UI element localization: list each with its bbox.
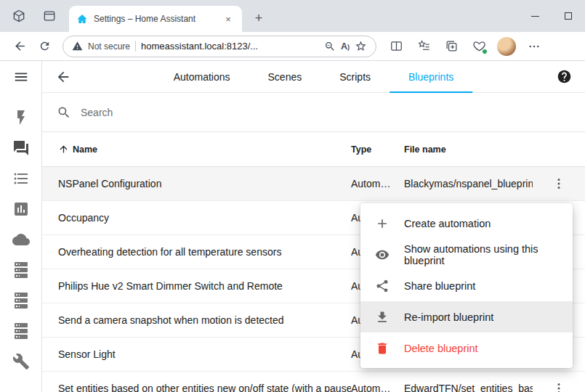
status-dot [482, 49, 488, 54]
settings-menu-icon[interactable] [520, 36, 548, 57]
sidebar-item-list-icon[interactable] [12, 170, 30, 187]
favorites-bar-icon[interactable] [410, 36, 437, 57]
row-type: Autom… [351, 178, 404, 189]
table-row[interactable]: NSPanel Configuration Autom… Blackymas/n… [42, 167, 585, 201]
row-name: Philips Hue v2 Smart Dimmer Switch and R… [58, 280, 351, 292]
minimize-button[interactable] [518, 0, 552, 32]
sidebar-item-server-icon-3[interactable] [12, 322, 30, 340]
split-screen-icon[interactable] [382, 36, 410, 57]
share-icon [375, 279, 390, 293]
url-text[interactable]: homeassistant.local:8123/... [141, 41, 319, 52]
tab-scripts[interactable]: Scripts [320, 61, 390, 93]
import-icon [375, 310, 390, 324]
row-name: Set entities based on other entities new… [58, 383, 351, 392]
blueprint-context-menu: Create automation Show automations using… [360, 203, 573, 368]
row-type: Autom… [351, 383, 404, 392]
help-icon[interactable] [557, 69, 572, 84]
browser-essentials-icon[interactable] [465, 36, 493, 57]
sidebar-item-server-icon-1[interactable] [12, 261, 30, 279]
row-name: Send a camera snapshot when motion is de… [58, 314, 351, 326]
browser-titlebar: Settings – Home Assistant × + [0, 0, 585, 32]
row-name: Overheating detection for all temperatur… [58, 246, 351, 258]
row-overflow-menu-icon[interactable] [550, 175, 568, 192]
sidebar-item-forum-icon[interactable] [12, 139, 30, 157]
search-input[interactable] [81, 107, 570, 118]
browser-tab[interactable]: Settings – Home Assistant × [69, 6, 242, 32]
row-overflow-menu-icon[interactable] [550, 380, 568, 392]
tab-close-button[interactable]: × [222, 14, 235, 25]
menu-item-share-blueprint[interactable]: Share blueprint [360, 270, 573, 301]
row-file: Blackymas/nspanel_blueprin… [404, 178, 533, 189]
tab-actions-icon[interactable] [42, 9, 57, 23]
menu-item-reimport-blueprint[interactable]: Re-import blueprint [360, 301, 573, 332]
browser-toolbar: Not secure homeassistant.local:8123/... … [0, 32, 585, 61]
ha-tab-bar: Automations Scenes Scripts Blueprints [155, 61, 473, 93]
ha-header: Automations Scenes Scripts Blueprints [42, 61, 585, 93]
menu-item-create-automation[interactable]: Create automation [360, 208, 573, 239]
sidebar-item-cloud-icon[interactable] [12, 231, 30, 248]
not-secure-warning-icon[interactable] [72, 41, 83, 52]
plus-icon [375, 216, 390, 231]
sidebar-item-energy-icon[interactable] [12, 109, 30, 126]
menu-item-show-automations[interactable]: Show automations using this blueprint [360, 239, 573, 270]
row-name: Sensor Light [58, 348, 351, 360]
read-aloud-icon[interactable]: A) [341, 41, 350, 52]
sidebar-menu-icon[interactable] [0, 61, 41, 93]
search-icon [57, 105, 71, 120]
table-header: Name Type File name [42, 132, 585, 167]
workspaces-icon[interactable] [12, 9, 26, 23]
tab-scenes[interactable]: Scenes [249, 61, 321, 93]
address-bar[interactable]: Not secure homeassistant.local:8123/... … [62, 36, 376, 57]
row-name: NSPanel Configuration [58, 178, 351, 189]
column-header-file[interactable]: File name [404, 144, 533, 155]
table-row[interactable]: Set entities based on other entities new… [42, 372, 585, 392]
menu-item-delete-blueprint[interactable]: Delete blueprint [360, 332, 573, 364]
sidebar-item-tools-icon[interactable] [12, 353, 30, 370]
column-header-name[interactable]: Name [58, 144, 351, 155]
sort-ascending-icon [58, 144, 69, 155]
profile-avatar[interactable] [497, 37, 516, 56]
sidebar-item-server-icon-2[interactable] [12, 292, 30, 309]
row-file: EdwardTFN/set_entities_bas… [404, 383, 533, 392]
home-assistant-favicon [76, 13, 88, 25]
eye-icon [375, 248, 390, 262]
maximize-button[interactable] [552, 0, 585, 32]
column-header-type[interactable]: Type [351, 144, 404, 155]
collections-icon[interactable] [437, 36, 465, 57]
address-divider [135, 41, 136, 52]
tab-title: Settings – Home Assistant [94, 14, 216, 24]
new-tab-button[interactable]: + [250, 9, 267, 27]
search-row [42, 93, 585, 132]
back-icon[interactable] [7, 36, 32, 57]
sidebar-item-history-icon[interactable] [12, 200, 30, 218]
tab-blueprints[interactable]: Blueprints [390, 61, 472, 93]
zoom-out-icon[interactable] [324, 41, 336, 52]
security-label: Not secure [88, 41, 130, 52]
row-name: Occupancy [58, 212, 351, 224]
ha-sidebar [0, 61, 42, 392]
ha-back-icon[interactable] [55, 69, 71, 85]
tab-automations[interactable]: Automations [155, 61, 249, 93]
refresh-icon[interactable] [32, 36, 57, 57]
favorite-star-icon[interactable] [355, 40, 367, 52]
trash-icon [375, 341, 390, 356]
